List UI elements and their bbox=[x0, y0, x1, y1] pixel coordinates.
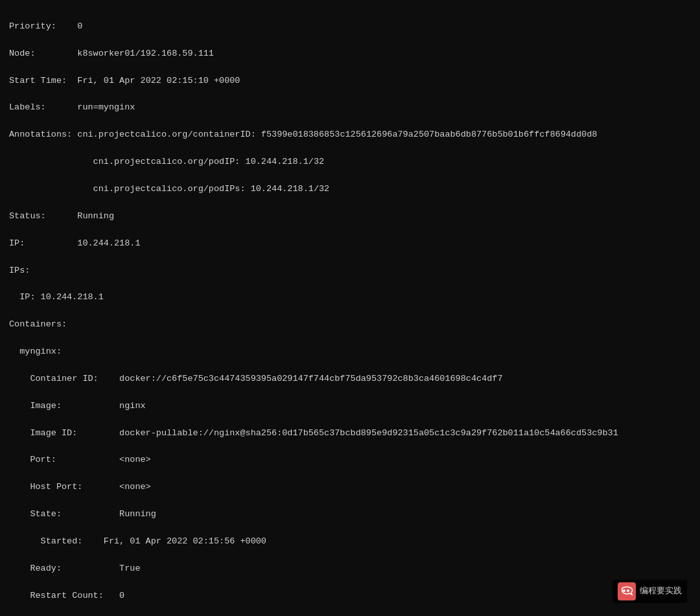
line-container-name: mynginx: bbox=[9, 345, 691, 359]
key-host-port: Host Port: bbox=[30, 481, 119, 494]
val-state: Running bbox=[119, 509, 156, 519]
wechat-icon bbox=[620, 585, 633, 598]
line-labels: Labels:run=mynginx bbox=[9, 101, 691, 115]
line-port: Port:<none> bbox=[9, 453, 691, 467]
terminal-output: Priority:0 Node:k8sworker01/192.168.59.1… bbox=[9, 6, 691, 616]
line-annotations2: cni.projectcalico.org/podIP: 10.244.218.… bbox=[9, 155, 691, 169]
val-annotations3: cni.projectcalico.org/podIPs: 10.244.218… bbox=[9, 184, 329, 194]
line-ips: IPs: bbox=[9, 264, 691, 278]
line-start-time: Start Time:Fri, 01 Apr 2022 02:15:10 +00… bbox=[9, 74, 691, 88]
key-ips-ip: IP: bbox=[19, 291, 40, 304]
key-priority: Priority: bbox=[9, 20, 77, 34]
key-image: Image: bbox=[30, 400, 119, 413]
val-host-port: <none> bbox=[119, 482, 151, 492]
line-ready: Ready:True bbox=[9, 562, 691, 576]
key-status: Status: bbox=[9, 210, 77, 223]
key-containers: Containers: bbox=[9, 319, 67, 329]
val-start-time: Fri, 01 Apr 2022 02:15:10 +0000 bbox=[77, 76, 240, 86]
val-status: Running bbox=[77, 211, 114, 221]
key-state: State: bbox=[30, 508, 119, 521]
line-image: Image:nginx bbox=[9, 400, 691, 413]
watermark: 编程要实践 bbox=[612, 580, 687, 603]
line-image-id: Image ID:docker-pullable://nginx@sha256:… bbox=[9, 427, 691, 440]
val-node: k8sworker01/192.168.59.111 bbox=[77, 49, 214, 58]
val-ip: 10.244.218.1 bbox=[77, 238, 140, 248]
val-priority: 0 bbox=[77, 21, 82, 31]
watermark-text: 编程要实践 bbox=[640, 585, 682, 598]
key-start-time: Start Time: bbox=[9, 74, 77, 88]
key-ips: IPs: bbox=[9, 264, 77, 278]
key-labels: Labels: bbox=[9, 101, 77, 115]
line-ips-ip: IP:10.244.218.1 bbox=[9, 291, 691, 304]
line-ip: IP:10.244.218.1 bbox=[9, 237, 691, 251]
val-ips-ip: 10.244.218.1 bbox=[41, 292, 104, 302]
key-started: Started: bbox=[41, 535, 104, 549]
key-container-name: mynginx: bbox=[19, 347, 62, 356]
val-started: Fri, 01 Apr 2022 02:15:56 +0000 bbox=[104, 536, 266, 546]
svg-point-0 bbox=[623, 589, 625, 592]
line-status: Status:Running bbox=[9, 210, 691, 223]
line-state: State:Running bbox=[9, 508, 691, 521]
line-priority: Priority:0 bbox=[9, 20, 691, 34]
svg-point-1 bbox=[627, 589, 629, 592]
val-labels: run=mynginx bbox=[77, 102, 135, 112]
key-ip: IP: bbox=[9, 237, 77, 251]
key-image-id: Image ID: bbox=[30, 427, 119, 440]
key-port: Port: bbox=[30, 453, 119, 467]
line-container-id: Container ID:docker://c6f5e75c3c44743593… bbox=[9, 372, 691, 386]
val-image-id: docker-pullable://nginx@sha256:0d17b565c… bbox=[119, 428, 618, 438]
line-restart: Restart Count:0 bbox=[9, 589, 691, 603]
val-image: nginx bbox=[119, 401, 146, 411]
val-restart: 0 bbox=[119, 591, 124, 600]
key-node: Node: bbox=[9, 47, 77, 61]
line-host-port: Host Port:<none> bbox=[9, 481, 691, 494]
key-annotations: Annotations: bbox=[9, 128, 77, 142]
line-node: Node:k8sworker01/192.168.59.111 bbox=[9, 47, 691, 61]
key-container-id: Container ID: bbox=[30, 372, 119, 386]
key-restart: Restart Count: bbox=[30, 589, 119, 603]
val-annotations: cni.projectcalico.org/containerID: f5399… bbox=[77, 130, 597, 139]
watermark-icon bbox=[618, 582, 636, 600]
val-ready: True bbox=[119, 564, 140, 573]
line-started: Started:Fri, 01 Apr 2022 02:15:56 +0000 bbox=[9, 535, 691, 549]
val-container-id: docker://c6f5e75c3c4474359395a029147f744… bbox=[119, 374, 502, 383]
line-annotations: Annotations:cni.projectcalico.org/contai… bbox=[9, 128, 691, 142]
val-annotations2: cni.projectcalico.org/podIP: 10.244.218.… bbox=[9, 157, 324, 166]
line-annotations3: cni.projectcalico.org/podIPs: 10.244.218… bbox=[9, 183, 691, 196]
line-containers: Containers: bbox=[9, 318, 691, 332]
key-ready: Ready: bbox=[30, 562, 119, 576]
val-port: <none> bbox=[119, 455, 151, 464]
